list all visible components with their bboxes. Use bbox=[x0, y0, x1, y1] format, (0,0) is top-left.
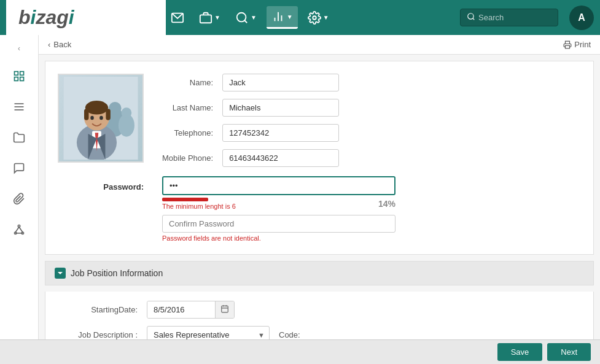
print-icon bbox=[563, 41, 572, 49]
password-input[interactable] bbox=[162, 176, 395, 195]
starting-date-row: StartingDate: bbox=[58, 301, 581, 319]
svg-rect-35 bbox=[84, 109, 88, 120]
sidebar-item-network[interactable] bbox=[6, 215, 33, 243]
bottom-bar: Save Next bbox=[0, 339, 600, 364]
starting-date-label: StartingDate: bbox=[58, 305, 138, 314]
strength-bar-wrap: The minimum lenght is 6 bbox=[162, 198, 372, 210]
password-section: Password: The minimum lenght is 6 14% bbox=[58, 176, 581, 242]
sidebar-item-chat[interactable] bbox=[6, 154, 33, 182]
lastname-input[interactable] bbox=[222, 99, 339, 117]
job-description-label: Job Description : bbox=[58, 330, 138, 339]
svg-point-27 bbox=[109, 102, 121, 114]
mobile-input[interactable] bbox=[222, 149, 339, 167]
profile-form-section: Name: Last Name: Telephone: Mobile Phone… bbox=[45, 61, 594, 255]
password-error: The minimum lenght is 6 bbox=[162, 203, 372, 210]
svg-rect-13 bbox=[20, 77, 24, 80]
password-fields: The minimum lenght is 6 14% Password fie… bbox=[162, 176, 395, 242]
password-label: Password: bbox=[103, 182, 144, 192]
save-button[interactable]: Save bbox=[497, 343, 543, 361]
profile-row: Name: Last Name: Telephone: Mobile Phone… bbox=[58, 74, 581, 167]
svg-rect-1 bbox=[200, 15, 211, 23]
job-description-row: Job Description : Sales Representative M… bbox=[58, 326, 581, 339]
telephone-input[interactable] bbox=[222, 124, 339, 142]
lastname-label: Last Name: bbox=[162, 103, 213, 112]
password-label-area: Password: bbox=[58, 176, 144, 192]
name-input[interactable] bbox=[222, 74, 339, 91]
back-label: Back bbox=[53, 40, 71, 49]
strength-row: The minimum lenght is 6 14% bbox=[162, 198, 395, 210]
avatar[interactable]: A bbox=[569, 6, 594, 30]
next-button[interactable]: Next bbox=[547, 343, 591, 361]
content-area: ‹ Back Print bbox=[39, 35, 600, 339]
content-toolbar: ‹ Back Print bbox=[39, 35, 600, 55]
briefcase-chevron: ▼ bbox=[214, 14, 220, 21]
person-photo bbox=[61, 77, 141, 160]
date-input-wrap bbox=[147, 301, 235, 319]
svg-rect-10 bbox=[15, 71, 18, 75]
svg-line-3 bbox=[244, 20, 247, 23]
strength-percent: 14% bbox=[378, 199, 395, 209]
confirm-password-input[interactable] bbox=[162, 215, 395, 233]
settings-chevron: ▼ bbox=[323, 14, 329, 21]
job-description-select[interactable]: Sales Representative Manager Developer D… bbox=[147, 326, 270, 339]
profile-avatar bbox=[58, 74, 144, 163]
calendar-icon[interactable] bbox=[215, 301, 234, 318]
confirm-password-error: Password fields are not identical. bbox=[162, 234, 395, 242]
svg-rect-36 bbox=[106, 109, 110, 120]
sidebar-item-folder[interactable] bbox=[6, 123, 33, 151]
svg-line-20 bbox=[15, 227, 19, 231]
print-button[interactable]: Print bbox=[563, 40, 591, 49]
back-button[interactable]: ‹ Back bbox=[48, 40, 71, 49]
svg-rect-23 bbox=[566, 45, 570, 48]
settings-nav-btn[interactable]: ▼ bbox=[303, 7, 334, 28]
svg-point-17 bbox=[18, 225, 20, 227]
sidebar-toggle[interactable]: ‹ bbox=[12, 41, 26, 56]
nav-icons-container: ▼ ▼ ▼ ▼ A bbox=[166, 6, 594, 30]
svg-point-8 bbox=[468, 14, 473, 19]
password-input-wrap bbox=[162, 176, 395, 195]
chart-nav-btn[interactable]: ▼ bbox=[267, 6, 298, 29]
svg-rect-11 bbox=[20, 71, 24, 75]
mobile-label: Mobile Phone: bbox=[162, 153, 213, 163]
chart-chevron: ▼ bbox=[287, 14, 293, 20]
svg-point-29 bbox=[122, 107, 132, 118]
sidebar: ‹ bbox=[0, 35, 39, 339]
profile-fields: Name: Last Name: Telephone: Mobile Phone… bbox=[162, 74, 581, 167]
svg-rect-41 bbox=[222, 306, 228, 312]
job-description-select-wrap: Sales Representative Manager Developer D… bbox=[147, 326, 270, 339]
strength-bar bbox=[162, 198, 208, 201]
search-chevron: ▼ bbox=[251, 14, 257, 21]
svg-line-21 bbox=[19, 227, 23, 231]
app-logo: bizagi bbox=[6, 0, 166, 35]
svg-rect-12 bbox=[15, 77, 18, 80]
sidebar-item-tasks[interactable] bbox=[6, 62, 33, 90]
search-input[interactable] bbox=[478, 13, 552, 22]
job-section-title: Job Position Information bbox=[71, 268, 163, 278]
telephone-label: Telephone: bbox=[162, 128, 213, 137]
svg-point-2 bbox=[237, 12, 246, 21]
search-icon bbox=[467, 12, 475, 23]
briefcase-nav-btn[interactable]: ▼ bbox=[194, 7, 225, 28]
sidebar-item-list[interactable] bbox=[6, 93, 33, 120]
collapse-icon bbox=[55, 268, 66, 279]
starting-date-input[interactable] bbox=[147, 301, 215, 318]
search-box bbox=[460, 9, 558, 26]
job-section-header[interactable]: Job Position Information bbox=[45, 261, 594, 285]
svg-point-37 bbox=[90, 116, 94, 120]
svg-point-7 bbox=[313, 16, 316, 20]
inbox-nav-btn[interactable] bbox=[166, 7, 189, 28]
sidebar-item-attachment[interactable] bbox=[6, 185, 33, 212]
job-fields: StartingDate: Job Description : Sales Re… bbox=[45, 292, 594, 339]
search-nav-btn[interactable]: ▼ bbox=[230, 7, 262, 28]
svg-point-38 bbox=[99, 116, 103, 120]
code-label: Code: bbox=[279, 330, 300, 339]
back-chevron-icon: ‹ bbox=[48, 40, 50, 49]
svg-line-9 bbox=[473, 18, 475, 20]
print-label: Print bbox=[574, 40, 591, 49]
name-label: Name: bbox=[162, 78, 213, 87]
